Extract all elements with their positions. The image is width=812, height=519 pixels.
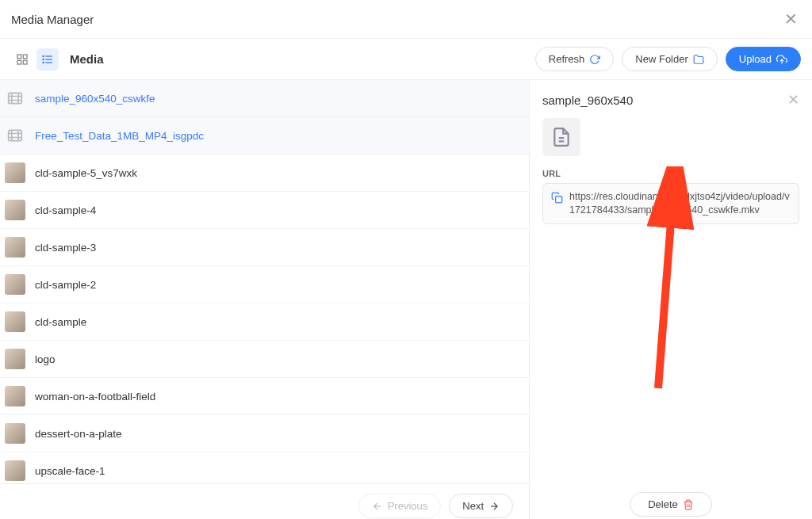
delete-label: Delete — [648, 498, 678, 510]
url-label: URL — [542, 169, 799, 178]
modal-title: Media Manager — [11, 13, 94, 26]
toolbar: Media Refresh New Folder Upload — [0, 39, 812, 80]
svg-rect-3 — [23, 60, 27, 64]
file-row[interactable]: woman-on-a-football-field — [0, 378, 529, 415]
breadcrumb[interactable]: Media — [70, 52, 104, 66]
list-view-button[interactable] — [36, 48, 59, 71]
detail-close-icon[interactable]: ✕ — [787, 91, 799, 109]
new-folder-button[interactable]: New Folder — [622, 47, 717, 71]
image-thumbnail — [5, 349, 25, 369]
toolbar-left: Media — [11, 48, 104, 71]
svg-rect-24 — [556, 197, 562, 203]
refresh-icon — [589, 54, 600, 65]
titlebar: Media Manager ✕ — [0, 0, 812, 39]
file-name: cld-sample-2 — [35, 279, 96, 291]
folder-icon — [693, 54, 704, 65]
svg-rect-10 — [9, 93, 22, 103]
file-name: cld-sample-3 — [35, 242, 96, 254]
file-row[interactable]: dessert-on-a-plate — [0, 415, 529, 452]
file-name: dessert-on-a-plate — [35, 428, 122, 440]
grid-icon — [16, 53, 29, 66]
svg-rect-1 — [23, 55, 27, 59]
file-name: cld-sample-4 — [35, 204, 96, 216]
detail-header: sample_960x540 ✕ — [542, 91, 799, 109]
refresh-button[interactable]: Refresh — [535, 47, 615, 71]
url-value[interactable]: https://res.cloudinary.com/dxjtso4zj/vid… — [569, 190, 791, 217]
svg-point-8 — [43, 59, 44, 59]
detail-pane: sample_960x540 ✕ URL https://res.cloudin… — [530, 80, 812, 519]
toolbar-right: Refresh New Folder Upload — [535, 47, 801, 71]
image-thumbnail — [5, 460, 25, 481]
previous-button: Previous — [358, 494, 442, 518]
pager: Previous Next — [0, 483, 529, 519]
delete-button[interactable]: Delete — [630, 492, 712, 517]
copy-icon[interactable] — [551, 192, 563, 206]
file-list-pane: sample_960x540_cswkfeFree_Test_Data_1MB_… — [0, 80, 530, 519]
svg-point-9 — [43, 62, 44, 63]
file-list[interactable]: sample_960x540_cswkfeFree_Test_Data_1MB_… — [0, 80, 529, 483]
upload-label: Upload — [739, 53, 772, 65]
svg-rect-0 — [17, 55, 21, 59]
file-name: woman-on-a-football-field — [35, 391, 155, 403]
file-row[interactable]: cld-sample-5_vs7wxk — [0, 155, 529, 192]
file-name: sample_960x540_cswkfe — [35, 93, 155, 105]
image-thumbnail — [5, 386, 25, 406]
new-folder-label: New Folder — [635, 53, 688, 65]
file-name: logo — [35, 353, 56, 365]
previous-label: Previous — [388, 500, 428, 512]
file-row[interactable]: logo — [0, 341, 529, 378]
image-thumbnail — [5, 162, 25, 183]
svg-rect-2 — [17, 60, 21, 64]
url-box: https://res.cloudinary.com/dxjtso4zj/vid… — [542, 183, 799, 224]
image-thumbnail — [5, 311, 25, 332]
file-name: cld-sample — [35, 316, 86, 328]
file-row[interactable]: cld-sample-2 — [0, 266, 529, 303]
refresh-label: Refresh — [549, 53, 585, 65]
file-name: upscale-face-1 — [35, 465, 105, 477]
image-thumbnail — [5, 237, 25, 258]
arrow-left-icon — [372, 501, 383, 512]
media-manager-modal: Media Manager ✕ Media Refresh New Folder — [0, 0, 812, 519]
svg-rect-15 — [9, 130, 22, 140]
file-row[interactable]: sample_960x540_cswkfe — [0, 80, 529, 117]
close-icon[interactable]: ✕ — [781, 6, 801, 32]
list-icon — [41, 53, 54, 66]
detail-footer: Delete — [542, 481, 799, 517]
file-row[interactable]: Free_Test_Data_1MB_MP4_isgpdc — [0, 117, 529, 155]
file-row[interactable]: cld-sample — [0, 303, 529, 341]
video-icon — [5, 125, 25, 146]
next-label: Next — [462, 500, 484, 512]
file-preview — [542, 118, 580, 156]
upload-icon — [776, 54, 787, 65]
content-area: sample_960x540_cswkfeFree_Test_Data_1MB_… — [0, 80, 812, 519]
upload-button[interactable]: Upload — [726, 47, 801, 71]
arrow-right-icon — [488, 501, 500, 512]
image-thumbnail — [5, 274, 25, 295]
trash-icon — [683, 499, 694, 510]
file-name: Free_Test_Data_1MB_MP4_isgpdc — [35, 130, 204, 142]
detail-title: sample_960x540 — [542, 93, 633, 107]
svg-point-7 — [43, 55, 44, 56]
image-thumbnail — [5, 423, 25, 444]
file-icon — [551, 127, 572, 147]
video-icon — [5, 88, 25, 109]
image-thumbnail — [5, 200, 25, 220]
file-name: cld-sample-5_vs7wxk — [35, 167, 137, 179]
grid-view-button[interactable] — [11, 48, 33, 71]
file-row[interactable]: cld-sample-3 — [0, 229, 529, 266]
file-row[interactable]: upscale-face-1 — [0, 452, 529, 483]
file-row[interactable]: cld-sample-4 — [0, 192, 529, 229]
next-button[interactable]: Next — [449, 494, 513, 518]
view-toggle — [11, 48, 59, 71]
